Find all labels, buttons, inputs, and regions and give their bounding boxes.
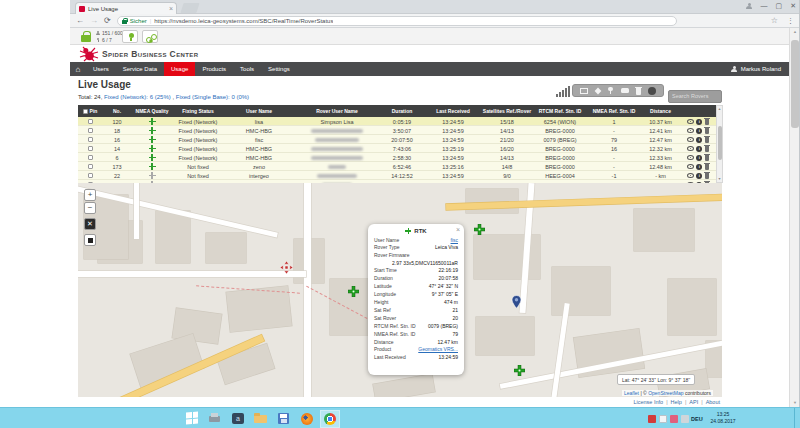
- fullscreen-button[interactable]: ✕: [84, 218, 96, 230]
- table-row[interactable]: 16Fixed (Network)fisc20:07:5013:24:5921/…: [78, 135, 716, 144]
- view-icon[interactable]: [687, 146, 694, 151]
- reload-button[interactable]: ⟳: [104, 16, 111, 26]
- view-icon[interactable]: [687, 164, 694, 169]
- user-menu[interactable]: Markus Roland: [723, 62, 789, 76]
- summary-fixed-network-link[interactable]: Fixed (Network): 6 (25%): [104, 94, 171, 100]
- table-row[interactable]: 18Fixed (Network)HMC-HBG3:50:0713:24:591…: [78, 126, 716, 135]
- info-icon[interactable]: i: [696, 146, 702, 152]
- maximize-button[interactable]: ▢: [776, 2, 783, 10]
- row-checkbox[interactable]: [88, 173, 93, 178]
- zoom-in-button[interactable]: +: [84, 189, 96, 201]
- info-icon[interactable]: i: [696, 137, 702, 143]
- minimize-button[interactable]: —: [761, 2, 768, 10]
- show-desktop-divider[interactable]: [794, 408, 795, 428]
- taskbar-app-chrome[interactable]: [320, 410, 340, 428]
- browser-tab[interactable]: Live Usage ×: [75, 2, 177, 14]
- bookmark-star-icon[interactable]: ☆: [771, 16, 778, 25]
- footer-link-about[interactable]: About: [706, 399, 720, 405]
- table-row[interactable]: 120Fixed (Network)lisaSimpson Lisa0:05:1…: [78, 117, 716, 126]
- tray-icon-flag[interactable]: [659, 415, 667, 423]
- nav-item-usage[interactable]: Usage: [164, 62, 195, 76]
- home-icon[interactable]: ⌂: [70, 62, 86, 76]
- table-row[interactable]: 22Not fixedintergeo14:12:5213:24:599/0HE…: [78, 171, 716, 180]
- nav-item-products[interactable]: Products: [195, 62, 233, 76]
- new-tab-button[interactable]: [180, 3, 199, 13]
- popup-close-icon[interactable]: ×: [456, 226, 460, 233]
- table-row[interactable]: 14Fixed (Network)HMC-HBG7:43:0613:25:191…: [78, 144, 716, 153]
- search-input[interactable]: [668, 90, 722, 103]
- delete-icon[interactable]: [705, 128, 710, 134]
- tray-icon-red[interactable]: [648, 415, 656, 423]
- page-scrollbar[interactable]: ▲ ▼: [789, 28, 799, 407]
- globe-icon[interactable]: [648, 87, 656, 95]
- row-checkbox[interactable]: [88, 128, 93, 133]
- tray-icon-pink[interactable]: [670, 415, 678, 423]
- map-pin-button[interactable]: [122, 30, 138, 43]
- view-icon[interactable]: [687, 119, 694, 124]
- table-scrollbar[interactable]: ▲ ▼: [716, 105, 723, 183]
- map[interactable]: + − ✕ × RTK User NamefiscRover TypeLeica…: [78, 183, 722, 397]
- nav-item-settings[interactable]: Settings: [261, 62, 297, 76]
- summary-fixed-single-link[interactable]: Fixed (Single Base): 0 (0%): [176, 94, 249, 100]
- nav-item-tools[interactable]: Tools: [233, 62, 261, 76]
- close-button[interactable]: ✕: [790, 2, 796, 10]
- profile-icon[interactable]: [746, 3, 753, 10]
- reference-marker-red[interactable]: [280, 260, 293, 278]
- delete-icon[interactable]: [705, 137, 710, 143]
- forward-button[interactable]: →: [90, 16, 98, 26]
- delete-icon[interactable]: [705, 119, 710, 125]
- row-checkbox[interactable]: [88, 137, 93, 142]
- table-scroll-thumb[interactable]: [718, 126, 722, 160]
- back-button[interactable]: ←: [76, 16, 84, 26]
- nav-item-service-data[interactable]: Service Data: [116, 62, 164, 76]
- message-icon[interactable]: [621, 88, 629, 94]
- trash-icon[interactable]: [636, 88, 642, 95]
- rover-marker-blue-pin[interactable]: [511, 295, 522, 313]
- nav-item-users[interactable]: Users: [86, 62, 116, 76]
- table-scroll-down-icon[interactable]: ▼: [717, 176, 722, 182]
- browser-menu-icon[interactable]: ⋮: [787, 17, 794, 25]
- language-indicator[interactable]: DEU: [691, 416, 703, 422]
- delete-icon[interactable]: [705, 164, 710, 170]
- table-row[interactable]: 6Fixed (Network)HMC-HBG2:58:3013:24:5914…: [78, 153, 716, 162]
- info-icon[interactable]: i: [696, 119, 702, 125]
- info-icon[interactable]: i: [696, 164, 702, 170]
- footer-link-api[interactable]: API: [689, 399, 698, 405]
- zoom-out-button[interactable]: −: [84, 202, 96, 214]
- start-button[interactable]: [186, 412, 199, 426]
- pin-icon[interactable]: [608, 87, 614, 95]
- network-nodes-button[interactable]: [142, 30, 158, 43]
- rover-marker-green-3[interactable]: [514, 362, 525, 380]
- view-icon[interactable]: [687, 137, 694, 142]
- omnibox[interactable]: Sicher | https://nvsdemo.leica-geosystem…: [117, 16, 677, 26]
- delete-icon[interactable]: [705, 155, 710, 161]
- row-checkbox[interactable]: [88, 146, 93, 151]
- layers-button[interactable]: [84, 234, 96, 246]
- row-checkbox[interactable]: [88, 119, 93, 124]
- view-icon[interactable]: [687, 155, 694, 160]
- clock[interactable]: 13:25 24.08.2017: [706, 411, 740, 425]
- tab-close-icon[interactable]: ×: [169, 6, 173, 12]
- delete-icon[interactable]: [705, 146, 710, 152]
- rover-marker-green-2[interactable]: [474, 221, 485, 239]
- leaflet-link[interactable]: Leaflet: [624, 390, 639, 396]
- diamond-icon[interactable]: [594, 87, 601, 94]
- signal-bars-icon[interactable]: [556, 86, 570, 97]
- tray-icon-gray[interactable]: [681, 415, 689, 423]
- delete-icon[interactable]: [705, 173, 710, 179]
- footer-link-help[interactable]: Help: [671, 399, 682, 405]
- table-scroll-up-icon[interactable]: ▲: [717, 106, 722, 112]
- taskbar-app-dark[interactable]: a: [231, 412, 245, 425]
- view-icon[interactable]: [687, 128, 694, 133]
- info-icon[interactable]: i: [696, 128, 702, 134]
- osm-link[interactable]: OpenStreetMap: [648, 390, 683, 396]
- info-icon[interactable]: i: [696, 173, 702, 179]
- row-checkbox[interactable]: [88, 164, 93, 169]
- popup-link[interactable]: fisc: [451, 237, 459, 245]
- row-checkbox[interactable]: [88, 155, 93, 160]
- taskbar-app-folder[interactable]: [254, 412, 268, 425]
- taskbar-app-save[interactable]: [277, 412, 291, 425]
- popup-link[interactable]: Geomatics VRS...: [418, 346, 458, 354]
- select-all-checkbox[interactable]: [83, 109, 88, 114]
- rover-marker-green-1[interactable]: [348, 283, 359, 301]
